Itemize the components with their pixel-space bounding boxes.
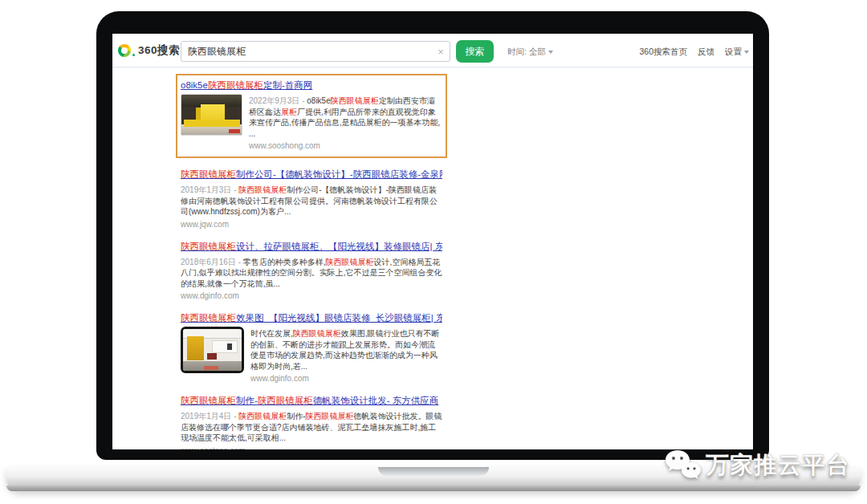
page: 360搜索 × 搜索 时间: 全部 360搜索首页 反馈 设置	[0, 0, 867, 504]
search-result: 陕西眼镜展柜制作公司-【德帆装饰设计】-陕西眼镜店装修-金泉网2019年1月3日…	[181, 168, 442, 230]
results-list: o8ik5e陕西眼镜展柜定制-首商网2022年9月3日 - o8ik5e陕西眼镜…	[181, 74, 442, 449]
time-filter-dropdown[interactable]: 时间: 全部	[507, 47, 553, 58]
result-title-link[interactable]: 陕西眼镜展柜制作公司-【德帆装饰设计】-陕西眼镜店装修-金泉网	[181, 168, 442, 181]
result-thumbnail[interactable]	[181, 327, 244, 373]
result-url: www.dginfo.com	[250, 373, 442, 384]
text-segment: 德帆装饰设计批发- 东方供应商	[313, 396, 439, 405]
search-result: o8ik5e陕西眼镜展柜定制-首商网2022年9月3日 - o8ik5e陕西眼镜…	[176, 74, 447, 158]
result-url: www.sooshong.com	[249, 140, 442, 152]
result-snippet: 2019年1月4日 - 陕西眼镜展柜制作-陕西眼镜展柜德帆装饰设计批发。眼镜店装…	[181, 411, 442, 444]
logo-text: 360搜索	[138, 43, 180, 58]
result-body: 2019年1月4日 - 陕西眼镜展柜制作-陕西眼镜展柜德帆装饰设计批发。眼镜店装…	[181, 409, 442, 449]
result-thumbnail[interactable]	[181, 94, 242, 136]
text-segment: 制作-	[287, 412, 305, 421]
thumbnail-shape	[204, 366, 218, 370]
result-date: 2022年9月3日 -	[249, 96, 307, 105]
highlighted-keyword: 陕西眼镜展柜	[181, 242, 236, 251]
result-url: www.eastsoo.com	[181, 445, 442, 450]
wechat-icon	[663, 448, 702, 483]
result-snippet: 2018年6月16日 - 零售店的种类多种多样,陕西眼镜展柜设计,空间格局五花八…	[181, 257, 442, 290]
chevron-down-icon	[548, 51, 553, 54]
result-body: 2022年9月3日 - o8ik5e陕西眼镜展柜定制由西安市灞桥区鑫达展柜厂提供…	[181, 94, 442, 152]
nav-feedback-link[interactable]: 反馈	[698, 47, 714, 58]
text-segment: 定制-首商网	[263, 80, 312, 90]
search-result: 陕西眼镜展柜设计、拉萨眼镜展柜、【阳光视线】装修眼镜店| 东...2018年6月…	[181, 240, 442, 303]
result-date: 2018年6月16日 -	[181, 258, 243, 266]
text-segment: 零售店的种类多种多样,	[243, 258, 326, 266]
thumbnail-shape	[227, 343, 232, 350]
result-text-column: 2019年1月3日 - 陕西眼镜展柜制作公司-【德帆装饰设计】-陕西眼镜店装修由…	[181, 183, 442, 230]
result-body: 时代在发展,陕西眼镜展柜效果图,眼镜行业也只有不断的创新、不断的进步才能跟上发展…	[181, 327, 442, 384]
result-snippet: 时代在发展,陕西眼镜展柜效果图,眼镜行业也只有不断的创新、不断的进步才能跟上发展…	[250, 328, 442, 372]
thumbnail-shape	[187, 336, 204, 360]
thumbnail-shape	[229, 129, 240, 133]
result-body: 2019年1月3日 - 陕西眼镜展柜制作公司-【德帆装饰设计】-陕西眼镜店装修由…	[181, 183, 442, 230]
360-logo-icon	[118, 44, 131, 57]
result-text-column: 2019年1月4日 - 陕西眼镜展柜制作-陕西眼镜展柜德帆装饰设计批发。眼镜店装…	[181, 409, 442, 449]
highlighted-keyword: 展柜	[281, 108, 297, 116]
logo-dot-icon	[132, 54, 135, 56]
laptop-screen-bezel: 360搜索 × 搜索 时间: 全部 360搜索首页 反馈 设置	[96, 11, 769, 460]
highlighted-keyword: 陕西眼镜展柜	[238, 412, 287, 421]
highlighted-keyword: 陕西眼镜展柜	[238, 185, 287, 194]
result-text-column: 2018年6月16日 - 零售店的种类多种多样,陕西眼镜展柜设计,空间格局五花八…	[181, 255, 442, 303]
result-title-link[interactable]: o8ik5e陕西眼镜展柜定制-首商网	[181, 79, 442, 91]
360-search-logo[interactable]: 360搜索	[118, 43, 180, 58]
result-url: www.jqw.com	[181, 219, 442, 230]
search-box[interactable]: ×	[181, 41, 450, 62]
search-input[interactable]	[181, 46, 432, 57]
result-title-link[interactable]: 陕西眼镜展柜制作-陕西眼镜展柜德帆装饰设计批发- 东方供应商	[181, 394, 442, 407]
search-result: 陕西眼镜展柜制作-陕西眼镜展柜德帆装饰设计批发- 东方供应商2019年1月4日 …	[181, 394, 442, 449]
text-segment: 制作公司-【德帆装饰设计】-陕西眼镜店装修-金泉网	[236, 169, 442, 179]
text-segment: 设计、拉萨眼镜展柜、【阳光视线】装修眼镜店| 东...	[236, 242, 442, 251]
highlighted-keyword: 陕西眼镜展柜	[181, 313, 236, 323]
highlighted-keyword: 陕西眼镜展柜	[331, 96, 379, 105]
highlighted-keyword: 陕西眼镜展柜	[181, 396, 236, 405]
watermark-text: 万家推云平台	[706, 449, 850, 482]
results-area: o8ik5e陕西眼镜展柜定制-首商网2022年9月3日 - o8ik5e陕西眼镜…	[181, 74, 442, 449]
highlighted-keyword: 陕西眼镜展柜	[258, 396, 313, 405]
nav-home-link[interactable]: 360搜索首页	[639, 47, 687, 58]
search-button[interactable]: 搜索	[456, 40, 494, 63]
time-filter-label: 时间: 全部	[507, 47, 546, 58]
highlighted-keyword: 陕西眼镜展柜	[208, 80, 263, 90]
text-segment: o8ik5e	[307, 96, 330, 105]
result-title-link[interactable]: 陕西眼镜展柜效果图_【阳光视线】眼镜店装修_长沙眼镜展柜| 东...	[181, 311, 442, 324]
browser-viewport: 360搜索 × 搜索 时间: 全部 360搜索首页 反馈 设置	[112, 34, 753, 449]
result-url: www.dginfo.com	[181, 291, 442, 302]
search-header: 360搜索 × 搜索 时间: 全部 360搜索首页 反馈 设置	[112, 34, 753, 67]
result-body: 2018年6月16日 - 零售店的种类多种多样,陕西眼镜展柜设计,空间格局五花八…	[181, 255, 442, 303]
result-snippet: 2022年9月3日 - o8ik5e陕西眼镜展柜定制由西安市灞桥区鑫达展柜厂提供…	[249, 96, 442, 139]
watermark: 万家推云平台	[663, 448, 850, 483]
thumbnail-shape	[212, 340, 238, 353]
chevron-down-icon	[744, 51, 749, 54]
result-text-column: 时代在发展,陕西眼镜展柜效果图,眼镜行业也只有不断的创新、不断的进步才能跟上发展…	[250, 327, 442, 384]
thumbnail-shape	[207, 353, 217, 360]
result-date: 2019年1月4日 -	[181, 412, 238, 421]
thumbnail-shape	[184, 120, 240, 127]
top-nav: 360搜索首页 反馈 设置	[639, 47, 749, 58]
nav-settings-dropdown[interactable]: 设置	[725, 47, 749, 58]
result-date: 2019年1月3日 -	[181, 185, 238, 194]
highlighted-keyword: 陕西眼镜展柜	[181, 169, 236, 179]
result-text-column: 2022年9月3日 - o8ik5e陕西眼镜展柜定制由西安市灞桥区鑫达展柜厂提供…	[249, 94, 442, 152]
text-segment: 制作-	[236, 396, 258, 405]
highlighted-keyword: 陕西眼镜展柜	[293, 329, 341, 338]
search-result: 陕西眼镜展柜效果图_【阳光视线】眼镜店装修_长沙眼镜展柜| 东...时代在发展,…	[181, 311, 442, 384]
result-title-link[interactable]: 陕西眼镜展柜设计、拉萨眼镜展柜、【阳光视线】装修眼镜店| 东...	[181, 240, 442, 253]
text-segment: o8ik5e	[181, 80, 208, 90]
highlighted-keyword: 陕西眼镜展柜	[326, 258, 374, 266]
clear-icon[interactable]: ×	[432, 46, 450, 58]
text-segment: 效果图_【阳光视线】眼镜店装修_长沙眼镜展柜| 东...	[236, 313, 442, 323]
highlighted-keyword: 陕西眼镜展柜	[306, 412, 354, 421]
result-snippet: 2019年1月3日 - 陕西眼镜展柜制作公司-【德帆装饰设计】-陕西眼镜店装修由…	[181, 185, 442, 217]
text-segment: 时代在发展,	[250, 329, 293, 338]
